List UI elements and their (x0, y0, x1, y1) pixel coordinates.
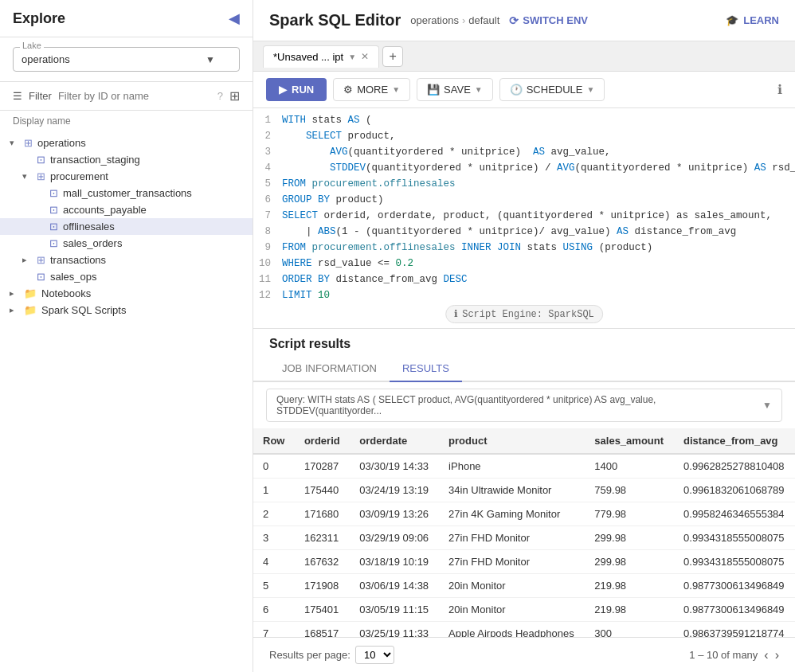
tree-item-icon: ⊞ (37, 170, 45, 182)
cell-row: 0 (253, 454, 295, 479)
tree-item-icon: ⊞ (37, 254, 45, 266)
line-number: 2 (253, 131, 282, 147)
tab-dropdown-icon[interactable]: ▼ (348, 53, 356, 61)
per-page: Results per page: 102550 (269, 646, 394, 664)
line-number: 7 (253, 210, 282, 226)
line-code: STDDEV(quantityordered * unitprice) / AV… (282, 162, 795, 178)
next-page-button[interactable]: › (775, 648, 779, 662)
tab-close-icon[interactable]: ✕ (361, 51, 369, 62)
tree-item-label: sales_orders (63, 237, 122, 249)
prev-page-button[interactable]: ‹ (764, 648, 768, 662)
per-page-select[interactable]: 102550 (355, 646, 394, 664)
line-number: 11 (253, 274, 282, 290)
schedule-button[interactable]: 🕐 SCHEDULE ▼ (499, 78, 605, 101)
schedule-arrow-icon: ▼ (587, 85, 595, 94)
tree-item-sales_ops[interactable]: ⊡ sales_ops (0, 268, 253, 285)
tree-item-sales_orders[interactable]: ⊡ sales_orders (0, 235, 253, 252)
learn-button[interactable]: 🎓 LEARN (726, 14, 779, 26)
tree-item-operations[interactable]: ▾ ⊞ operations (0, 135, 253, 151)
info-button[interactable]: ℹ (777, 82, 782, 97)
cell-product: 34in Ultrawide Monitor (439, 479, 585, 502)
line-number: 4 (253, 162, 282, 178)
cell-orderdate: 03/09/19 13:26 (350, 502, 439, 526)
info-circle-icon: ℹ (454, 308, 458, 320)
table-row: 217168003/09/19 13:2627in 4K Gaming Moni… (253, 502, 795, 526)
line-code: SELECT product, (282, 131, 795, 147)
tab-job-information[interactable]: JOB INFORMATION (269, 356, 390, 382)
tree-item-transaction_staging[interactable]: ⊡ transaction_staging (0, 151, 253, 168)
code-line-9: 9FROM procurement.offlinesales INNER JOI… (253, 242, 795, 258)
tree-chevron: ▸ (10, 305, 21, 315)
cell-row: 4 (253, 550, 295, 574)
line-code: FROM procurement.offlinesales INNER JOIN… (282, 242, 795, 258)
cell-row: 3 (253, 526, 295, 550)
tree-item-procurement[interactable]: ▾ ⊞ procurement (0, 168, 253, 185)
switch-env-button[interactable]: ⟳ SWITCH ENV (509, 14, 588, 27)
tree-item-icon: ⊡ (49, 237, 58, 249)
cell-product: 20in Monitor (439, 574, 585, 598)
table-row: 517190803/06/19 14:3820in Monitor219.980… (253, 574, 795, 598)
display-name-label: Display name (0, 111, 253, 131)
line-code: AVG(quantityordered * unitprice) AS avg_… (282, 147, 795, 162)
sidebar-collapse-button[interactable]: ◀ (229, 10, 240, 27)
cell-product: Apple Airpods Headphones (439, 622, 585, 638)
filter-input[interactable] (58, 90, 211, 102)
line-code: WHERE rsd_value <= 0.2 (282, 258, 795, 274)
tree-item-Spark SQL Scripts[interactable]: ▸ 📁 Spark SQL Scripts (0, 302, 253, 318)
cell-sales_amount: 299.98 (585, 550, 674, 574)
cell-product: 27in 4K Gaming Monitor (439, 502, 585, 526)
line-code: FROM procurement.offlinesales (282, 178, 795, 194)
filter-layout-icon[interactable]: ⊞ (229, 88, 240, 104)
cell-orderid: 175440 (295, 479, 350, 502)
tree-item-mall_customer_transactions[interactable]: ⊡ mall_customer_transactions (0, 185, 253, 201)
code-line-8: 8 | ABS(1 - (quantityordered * unitprice… (253, 226, 795, 242)
line-number: 10 (253, 258, 282, 274)
code-line-10: 10WHERE rsd_value <= 0.2 (253, 258, 795, 274)
line-code: GROUP BY product) (282, 194, 795, 210)
tree-item-transactions[interactable]: ▸ ⊞ transactions (0, 252, 253, 268)
pagination: Results per page: 102550 1 – 10 of many … (253, 637, 795, 672)
cell-sales_amount: 1400 (585, 454, 674, 479)
cell-orderdate: 03/29/19 09:06 (350, 526, 439, 550)
tab-unsaved[interactable]: *Unsaved ... ipt ▼ ✕ (263, 45, 379, 68)
code-line-12: 12LIMIT 10 (253, 290, 795, 306)
line-code: ORDER BY distance_from_avg DESC (282, 274, 795, 290)
tree-chevron: ▾ (10, 138, 21, 148)
lake-dropdown-icon: ▼ (206, 54, 215, 65)
tree-item-icon: ⊡ (49, 187, 58, 199)
tree-item-accounts_payable[interactable]: ⊡ accounts_payable (0, 201, 253, 218)
save-arrow-icon: ▼ (475, 85, 483, 94)
filter-help-icon[interactable]: ? (217, 90, 223, 102)
cell-sales_amount: 219.98 (585, 598, 674, 622)
query-info-dropdown-icon[interactable]: ▼ (762, 400, 772, 411)
cell-product: 20in Monitor (439, 598, 585, 622)
results-tabs: JOB INFORMATION RESULTS (253, 356, 795, 382)
tree-item-icon: ⊡ (37, 271, 45, 283)
cell-distance_from_avg: 0.9934318555008075 (674, 526, 795, 550)
more-button[interactable]: ⚙ MORE ▼ (333, 78, 410, 101)
tree-item-label: mall_customer_transactions (63, 187, 192, 199)
line-number: 1 (253, 115, 282, 131)
tree-item-label: transaction_staging (50, 154, 140, 166)
tree-item-icon: ⊡ (49, 221, 58, 232)
filter-label: Filter (29, 90, 52, 102)
tab-results[interactable]: RESULTS (390, 356, 462, 382)
cell-orderdate: 03/06/19 14:38 (350, 574, 439, 598)
sidebar-title: Explore (13, 10, 65, 27)
code-line-7: 7SELECT orderid, orderdate, product, (qu… (253, 210, 795, 226)
lake-select[interactable]: operations ▼ (14, 48, 239, 71)
switch-env-icon: ⟳ (509, 14, 519, 27)
table-row: 316231103/29/19 09:0627in FHD Monitor299… (253, 526, 795, 550)
filter-icon: ☰ (13, 90, 22, 102)
tree-item-offlinesales[interactable]: ⊡ offlinesales (0, 218, 253, 235)
tree-item-Notebooks[interactable]: ▸ 📁 Notebooks (0, 285, 253, 302)
run-button[interactable]: ▶ RUN (266, 78, 327, 101)
breadcrumb-sep: › (462, 14, 465, 26)
cell-distance_from_avg: 0.9863739591218774 (674, 622, 795, 638)
cell-row: 6 (253, 598, 295, 622)
sidebar-header: Explore ◀ (0, 0, 253, 37)
save-button[interactable]: 💾 SAVE ▼ (417, 78, 493, 101)
new-tab-button[interactable]: + (382, 46, 403, 67)
code-line-4: 4 STDDEV(quantityordered * unitprice) / … (253, 162, 795, 178)
learn-icon: 🎓 (726, 14, 738, 26)
